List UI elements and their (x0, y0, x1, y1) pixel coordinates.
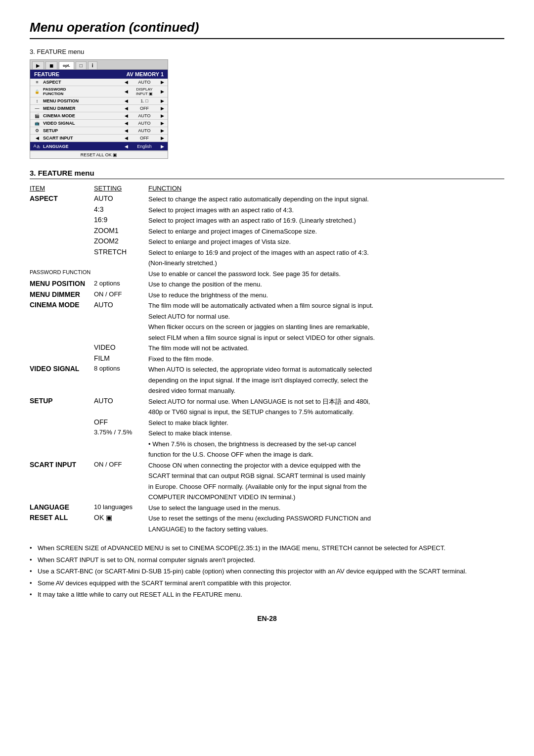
table-cell-item (30, 481, 94, 492)
table-cell-item (30, 247, 94, 258)
table-cell-item (30, 375, 94, 386)
table-cell-function: Select to make black lighter. (148, 418, 504, 428)
table-row: VIDEOThe film mode will not be activated… (30, 343, 504, 354)
menu-header-left: FEATURE (34, 71, 59, 77)
table-cell-function: Use to select the language used in the m… (148, 503, 504, 514)
table-cell-item: ASPECT (30, 194, 94, 205)
table-row: ZOOM2Select to enlarge and project image… (30, 236, 504, 247)
table-cell-setting: OFF (94, 418, 148, 428)
tab-info: i (88, 61, 97, 69)
list-item: When SCREEN SIZE of ADVANCED MENU is set… (30, 543, 504, 553)
table-cell-item (30, 471, 94, 481)
list-item: Use a SCART-BNC (or SCART-Mini D-SUB 15-… (30, 567, 504, 576)
menu-row-menupos: ↕ MENU POSITION ◀ 1. □ ▶ (30, 97, 168, 105)
table-cell-setting (94, 492, 148, 503)
table-cell-setting (94, 332, 148, 343)
table-cell-setting: 2 options (94, 279, 148, 290)
notes-section: When SCREEN SIZE of ADVANCED MENU is set… (30, 543, 504, 600)
table-cell-function: The film mode will be automatically acti… (148, 300, 504, 311)
table-cell-setting: STRETCH (94, 247, 148, 258)
table-cell-function: COMPUTER IN/COMPONENT VIDEO IN terminal.… (148, 492, 504, 503)
menu-row-language: Aぁ LANGUAGE ◀ English ▶ (30, 142, 168, 151)
tab-video: ▶ (32, 61, 44, 69)
table-cell-setting: 16:9 (94, 215, 148, 226)
list-item: It may take a little while to carry out … (30, 590, 504, 600)
aspect-icon: ≡ (32, 80, 42, 85)
table-cell-setting (94, 269, 148, 280)
table-cell-function: Select to enlarge to 16:9 and project of… (148, 247, 504, 258)
table-cell-function: When AUTO is selected, the appropriate v… (148, 364, 504, 375)
table-cell-item (30, 332, 94, 343)
table-cell-setting: AUTO (94, 396, 148, 407)
dimmer-icon: — (32, 106, 42, 111)
password-icon: 🔒 (32, 90, 42, 94)
table-row: MENU DIMMERON / OFFUse to reduce the bri… (30, 290, 504, 301)
table-cell-item (30, 439, 94, 450)
table-cell-function: The film mode will not be activated. (148, 343, 504, 354)
table-cell-function: SCART terminal that can output RGB signa… (148, 471, 504, 481)
table-cell-setting: ZOOM2 (94, 236, 148, 247)
table-cell-function: Select to enlarge and project images of … (148, 236, 504, 247)
table-row: SCART INPUTON / OFFChoose ON when connec… (30, 460, 504, 471)
table-row: desired video format manually. (30, 385, 504, 396)
setup-icon: ⚙ (32, 128, 42, 133)
table-cell-setting: ON / OFF (94, 290, 148, 301)
table-cell-setting: 8 options (94, 364, 148, 375)
table-row: 480p or TV60 signal is input, the SETUP … (30, 407, 504, 418)
table-cell-function: Use to reduce the brightness of the menu… (148, 290, 504, 301)
table-row: MENU POSITION2 optionsUse to change the … (30, 279, 504, 290)
table-cell-item (30, 492, 94, 503)
table-cell-setting: AUTO (94, 194, 148, 205)
table-cell-function: function for the U.S. Choose OFF when th… (148, 449, 504, 460)
table-header-row: ITEM SETTING FUNCTION (30, 184, 504, 194)
notes-list: When SCREEN SIZE of ADVANCED MENU is set… (30, 543, 504, 600)
table-cell-function: Select to project images with an aspect … (148, 215, 504, 226)
menu-row-aspect: ≡ ASPECT ◀ AUTO ▶ (30, 79, 168, 86)
table-cell-setting (94, 449, 148, 460)
table-cell-setting: AUTO (94, 300, 148, 311)
list-item: Some AV devices equipped with the SCART … (30, 578, 504, 588)
table-cell-setting: ON / OFF (94, 460, 148, 471)
table-cell-setting (94, 407, 148, 418)
table-row: LANGUAGE10 languagesUse to select the la… (30, 503, 504, 514)
col-header-function: FUNCTION (148, 184, 504, 194)
table-row: OFFSelect to make black lighter. (30, 418, 504, 428)
table-cell-item (30, 524, 94, 535)
table-cell-item (30, 407, 94, 418)
table-row: • When 7.5% is chosen, the brightness is… (30, 439, 504, 450)
table-row: CINEMA MODEAUTOThe film mode will be aut… (30, 300, 504, 311)
table-cell-function: Choose ON when connecting the projector … (148, 460, 504, 471)
table-row: Select AUTO for normal use. (30, 311, 504, 322)
table-cell-setting (94, 375, 148, 386)
table-cell-function: LANGUAGE) to the factory setting values. (148, 524, 504, 535)
table-cell-setting (94, 439, 148, 450)
table-row: PASSWORD FUNCTIONUse to enable or cancel… (30, 269, 504, 280)
table-row: SETUPAUTOSelect AUTO for normal use. Whe… (30, 396, 504, 407)
table-cell-setting (94, 322, 148, 332)
table-row: function for the U.S. Choose OFF when th… (30, 449, 504, 460)
feature-table: ITEM SETTING FUNCTION ASPECTAUTOSelect t… (30, 184, 504, 534)
table-cell-function: Select AUTO for normal use. (148, 311, 504, 322)
table-row: RESET ALLOK ▣Use to reset the settings o… (30, 513, 504, 524)
table-row: select FILM when a film source signal is… (30, 332, 504, 343)
table-row: STRETCHSelect to enlarge to 16:9 and pro… (30, 247, 504, 258)
menu-row-dimmer: — MENU DIMMER ◀ OFF ▶ (30, 105, 168, 112)
menu-footer: RESET ALL OK ▣ (30, 151, 168, 158)
menu-header: FEATURE AV MEMORY 1 (30, 70, 168, 79)
table-cell-item: MENU DIMMER (30, 290, 94, 301)
table-row: in Europe. Choose OFF normally. (Availab… (30, 481, 504, 492)
table-cell-function: desired video format manually. (148, 385, 504, 396)
video-icon: 📺 (32, 121, 42, 126)
table-cell-item: SCART INPUT (30, 460, 94, 471)
table-cell-item (30, 226, 94, 237)
table-cell-setting: FILM (94, 354, 148, 365)
table-row: depending on the input signal. If the im… (30, 375, 504, 386)
table-cell-function: in Europe. Choose OFF normally. (Availab… (148, 481, 504, 492)
table-cell-function: Select AUTO for normal use. When LANGUAG… (148, 396, 504, 407)
table-cell-setting (94, 385, 148, 396)
menu-row-scart: ◀ SCART INPUT ◀ OFF ▶ (30, 135, 168, 142)
table-row: When flicker occurs on the screen or jag… (30, 322, 504, 332)
table-cell-function: 480p or TV60 signal is input, the SETUP … (148, 407, 504, 418)
table-row: LANGUAGE) to the factory setting values. (30, 524, 504, 535)
page-title: Menu operation (continued) (30, 20, 504, 39)
